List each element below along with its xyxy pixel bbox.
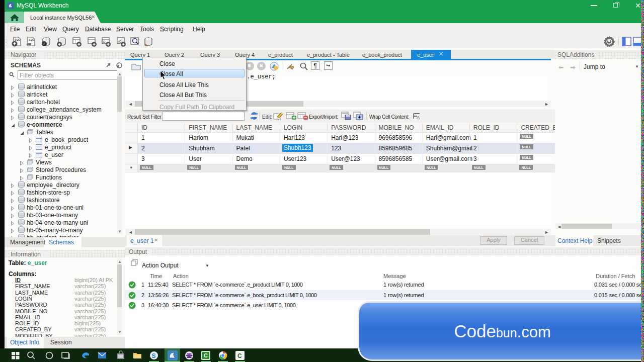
svg-text:A: A bbox=[417, 115, 420, 120]
svg-text:S: S bbox=[152, 352, 156, 359]
svg-text:C: C bbox=[204, 352, 208, 358]
svg-text:SQL: SQL bbox=[29, 38, 35, 41]
svg-text:SQL: SQL bbox=[15, 38, 21, 41]
svg-text:C: C bbox=[237, 352, 242, 359]
svg-text:i: i bbox=[44, 42, 45, 46]
